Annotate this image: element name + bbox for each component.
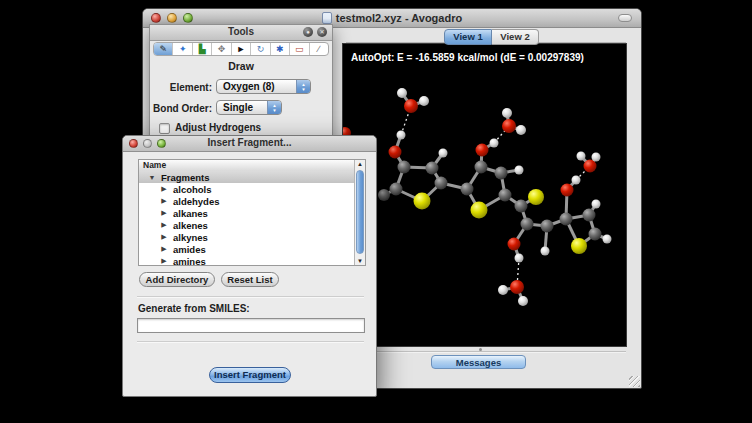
fragment-label: alcohols — [173, 184, 212, 195]
fragment-label: amides — [173, 244, 206, 255]
bond-centric-tool[interactable]: ▙ — [193, 43, 212, 55]
measure-tool[interactable]: ▭ — [290, 43, 309, 55]
draw-tool-icon: ✎ — [159, 44, 167, 54]
palette-float-button[interactable]: ● — [303, 27, 313, 37]
desktop: testmol2.xyz - Avogadro View 1View 2 Aut… — [0, 0, 752, 423]
auto-rotate-tool[interactable]: ↻ — [251, 43, 270, 55]
manipulate-tool[interactable]: ✥ — [212, 43, 231, 55]
autoopt-status: AutoOpt: E = -16.5859 kcal/mol (dE = 0.0… — [351, 52, 584, 63]
palette-buttons: ●✕ — [303, 27, 327, 37]
tree-item-alkynes[interactable]: ▶alkynes — [139, 231, 354, 243]
active-tool-label: Draw — [150, 60, 332, 72]
draw-tool[interactable]: ✎ — [154, 43, 173, 55]
align-tool-icon: ∕ — [318, 44, 320, 54]
bond-order-label: Bond Order: — [150, 103, 212, 114]
fragment-tree-list[interactable]: Name ▼Fragments▶alcohols▶aldehydes▶alkan… — [138, 159, 366, 266]
navigate-tool[interactable]: ✦ — [173, 43, 192, 55]
tree-item-alkanes[interactable]: ▶alkanes — [139, 207, 354, 219]
navigate-tool-icon: ✦ — [179, 44, 187, 54]
dialog-titlebar[interactable]: Insert Fragment... — [123, 136, 376, 152]
smiles-input[interactable] — [137, 318, 365, 333]
tool-selector-bar: ✎✦▙✥►↻✱▭∕ — [153, 42, 329, 56]
messages-splitter[interactable] — [344, 351, 626, 353]
insert-fragment-button[interactable]: Insert Fragment — [209, 367, 291, 383]
tree-item-amides[interactable]: ▶amides — [139, 243, 354, 255]
tree-item-alcohols[interactable]: ▶alcohols — [139, 183, 354, 195]
tools-palette: Tools ●✕ ✎✦▙✥►↻✱▭∕ Draw Element: Oxygen … — [149, 24, 333, 142]
fragment-label: alkanes — [173, 208, 208, 219]
reset-list-button[interactable]: Reset List — [221, 272, 279, 287]
tab-view-1[interactable]: View 1 — [444, 29, 492, 45]
scrollbar-thumb[interactable] — [356, 170, 364, 254]
resize-grip[interactable] — [629, 376, 640, 387]
tab-view-2[interactable]: View 2 — [492, 29, 539, 45]
selection-tool[interactable]: ► — [232, 43, 251, 55]
fragment-label: alkenes — [173, 220, 208, 231]
molecule-render — [343, 44, 628, 348]
toolbar-toggle-button[interactable] — [618, 14, 632, 22]
auto-rotate-tool-icon: ↻ — [257, 44, 265, 54]
separator — [137, 341, 364, 343]
fragment-rows: ▼Fragments▶alcohols▶aldehydes▶alkanes▶al… — [139, 171, 354, 265]
tree-collapsed-icon[interactable]: ▶ — [160, 185, 168, 193]
palette-close-button[interactable]: ✕ — [317, 27, 327, 37]
dialog-title: Insert Fragment... — [123, 137, 376, 148]
selection-tool-icon: ► — [237, 44, 246, 54]
stepper-arrows-icon: ▲▼ — [296, 80, 310, 93]
stepper-arrows-icon: ▲▼ — [267, 101, 281, 114]
tools-titlebar[interactable]: Tools ●✕ — [150, 25, 332, 41]
fragment-label: amines — [173, 256, 206, 267]
render-viewport[interactable]: AutoOpt: E = -16.5859 kcal/mol (dE = 0.0… — [342, 43, 627, 347]
tree-collapsed-icon[interactable]: ▶ — [160, 233, 168, 241]
window-title: testmol2.xyz - Avogadro — [336, 12, 462, 24]
view-tab-bar: View 1View 2 — [444, 29, 539, 45]
measure-tool-icon: ▭ — [295, 44, 304, 54]
insert-fragment-dialog: Insert Fragment... Name ▼Fragments▶alcoh… — [122, 135, 377, 397]
list-scrollbar[interactable]: ▲ ▼ — [354, 160, 365, 265]
tree-collapsed-icon[interactable]: ▶ — [160, 221, 168, 229]
fragment-label: alkynes — [173, 232, 208, 243]
separator — [137, 296, 364, 298]
tree-collapsed-icon[interactable]: ▶ — [160, 257, 168, 265]
fragment-label: aldehydes — [173, 196, 219, 207]
element-label: Element: — [150, 82, 212, 93]
bond-order-dropdown[interactable]: Single ▲▼ — [216, 100, 282, 115]
align-tool[interactable]: ∕ — [310, 43, 328, 55]
scroll-up-icon[interactable]: ▲ — [355, 160, 365, 168]
scroll-down-icon[interactable]: ▼ — [355, 257, 365, 265]
messages-button[interactable]: Messages — [431, 355, 526, 369]
bond-centric-tool-icon: ▙ — [199, 44, 206, 54]
tree-expanded-icon[interactable]: ▼ — [148, 174, 156, 181]
tree-collapsed-icon[interactable]: ▶ — [160, 197, 168, 205]
auto-optimize-tool[interactable]: ✱ — [271, 43, 290, 55]
element-dropdown[interactable]: Oxygen (8) ▲▼ — [216, 79, 311, 94]
tree-collapsed-icon[interactable]: ▶ — [160, 209, 168, 217]
adjust-hydrogens-label: Adjust Hydrogens — [175, 122, 261, 133]
auto-optimize-tool-icon: ✱ — [276, 44, 284, 54]
tree-item-aldehydes[interactable]: ▶aldehydes — [139, 195, 354, 207]
add-directory-button[interactable]: Add Directory — [139, 272, 215, 287]
tree-item-fragments[interactable]: ▼Fragments — [139, 171, 354, 183]
document-icon — [322, 12, 332, 24]
adjust-hydrogens-checkbox[interactable] — [159, 123, 170, 134]
manipulate-tool-icon: ✥ — [218, 44, 226, 54]
smiles-label: Generate from SMILES: — [138, 303, 250, 314]
tree-item-alkenes[interactable]: ▶alkenes — [139, 219, 354, 231]
tree-item-amines[interactable]: ▶amines — [139, 255, 354, 266]
fragment-label: Fragments — [161, 172, 210, 183]
splitter-handle[interactable] — [479, 348, 482, 351]
tree-collapsed-icon[interactable]: ▶ — [160, 245, 168, 253]
